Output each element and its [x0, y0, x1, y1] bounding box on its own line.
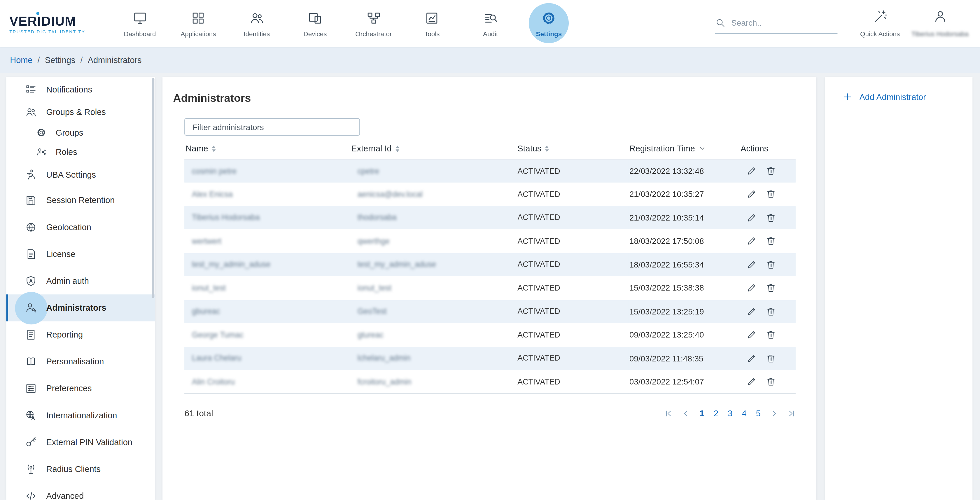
edit-icon[interactable] [745, 374, 758, 388]
quick-actions-button[interactable]: Quick Actions [853, 0, 908, 47]
sidebar-item-license[interactable]: License [6, 240, 155, 268]
user-profile-button[interactable]: Tiberius Hodorsaba [907, 0, 972, 47]
column-header-status[interactable]: Status [516, 144, 628, 159]
breadcrumb-separator: / [38, 56, 40, 65]
first-page-icon[interactable] [665, 409, 673, 417]
sidebar-scrollbar[interactable] [152, 78, 154, 298]
edit-icon[interactable] [745, 328, 758, 342]
admin-name: test_my_admin_aduse [192, 260, 270, 269]
nav-item-identities[interactable]: Identities [228, 0, 286, 47]
edit-icon[interactable] [745, 258, 758, 271]
sidebar-item-groups[interactable]: Groups [6, 123, 155, 142]
nav-item-audit[interactable]: Audit [461, 0, 519, 47]
sidebar-item-groups-roles[interactable]: Groups & Roles [6, 100, 155, 123]
internationalization-icon [25, 409, 37, 422]
edit-icon[interactable] [745, 211, 758, 225]
nav-item-tools[interactable]: Tools [403, 0, 461, 47]
edit-icon[interactable] [745, 164, 758, 178]
delete-icon[interactable] [764, 234, 778, 248]
delete-icon[interactable] [764, 374, 778, 388]
roles-icon [36, 147, 46, 157]
edit-icon[interactable] [745, 234, 758, 248]
sidebar-item-label: Admin auth [46, 276, 89, 286]
status-badge: ACTIVATED [516, 229, 628, 253]
column-header-actions: Actions [740, 144, 795, 159]
table-row[interactable]: Tiberius Hodorsaba thodorsaba ACTIVATED … [185, 206, 795, 229]
previous-page-icon[interactable] [682, 409, 690, 417]
breadcrumb-separator: / [80, 56, 83, 65]
delete-icon[interactable] [764, 187, 778, 201]
sidebar-item-administrators[interactable]: Administrators [6, 295, 155, 321]
sidebar-item-label: External PIN Validation [46, 438, 132, 447]
license-icon [25, 248, 37, 260]
sidebar-item-personalisation[interactable]: Personalisation [6, 348, 155, 375]
page-number[interactable]: 4 [742, 408, 747, 418]
column-header-external-id[interactable]: External Id [350, 144, 516, 159]
breadcrumb-home-link[interactable]: Home [10, 56, 32, 65]
sidebar-item-preferences[interactable]: Preferences [6, 375, 155, 402]
registration-time: 15/03/2022 15:38:38 [628, 276, 740, 299]
sidebar-item-label: Groups & Roles [46, 107, 106, 117]
sidebar-item-geolocation[interactable]: Geolocation [6, 214, 155, 240]
nav-item-devices[interactable]: Devices [286, 0, 344, 47]
edit-icon[interactable] [745, 281, 758, 295]
registration-time: 09/03/2022 11:48:35 [628, 347, 740, 370]
page-number[interactable]: 2 [714, 408, 718, 418]
page-number[interactable]: 3 [728, 408, 732, 418]
table-row[interactable]: Laura Chelaru lchelaru_admin ACTIVATED 0… [185, 347, 795, 370]
delete-icon[interactable] [764, 164, 778, 178]
nav-item-settings[interactable]: Settings [520, 0, 578, 47]
table-row[interactable]: Alex Enicsa aenicsa@dev.local ACTIVATED … [185, 183, 795, 206]
column-header-registration-time[interactable]: Registration Time [628, 144, 740, 159]
status-badge: ACTIVATED [516, 206, 628, 229]
sidebar-item-reporting[interactable]: Reporting [6, 321, 155, 348]
edit-icon[interactable] [745, 187, 758, 201]
sidebar-item-session-retention[interactable]: Session Retention [6, 187, 155, 214]
groups-icon [36, 127, 46, 137]
veridium-logo[interactable]: VERIDIUM TRUSTED DIGITAL IDENTITY [10, 13, 111, 33]
sidebar-item-radius-clients[interactable]: Radius Clients [6, 455, 155, 482]
page-number[interactable]: 5 [756, 408, 760, 418]
sidebar-item-internationalization[interactable]: Internationalization [6, 402, 155, 429]
search-input[interactable] [731, 18, 825, 27]
table-row[interactable]: cosmin petre cpetre ACTIVATED 22/03/2022… [185, 159, 795, 182]
edit-icon[interactable] [745, 304, 758, 318]
admin-name: Tiberius Hodorsaba [192, 213, 260, 222]
delete-icon[interactable] [764, 281, 778, 295]
table-row[interactable]: test_my_admin_aduse test_my_admin_aduse … [185, 253, 795, 276]
admin-auth-icon [25, 275, 37, 287]
nav-item-dashboard[interactable]: Dashboard [111, 0, 169, 47]
delete-icon[interactable] [764, 328, 778, 342]
breadcrumb-settings-link[interactable]: Settings [45, 56, 76, 65]
next-page-icon[interactable] [770, 409, 778, 417]
sidebar-item-label: Internationalization [46, 411, 117, 420]
table-row[interactable]: ionut_test ionut_test ACTIVATED 15/03/20… [185, 276, 795, 299]
nav-item-orchestrator[interactable]: Orchestrator [344, 0, 403, 47]
sidebar-item-external-pin-validation[interactable]: External PIN Validation [6, 429, 155, 455]
table-row[interactable]: wertwert qwerthge ACTIVATED 18/03/2022 1… [185, 229, 795, 253]
nav-item-applications[interactable]: Applications [169, 0, 228, 47]
delete-icon[interactable] [764, 211, 778, 225]
delete-icon[interactable] [764, 258, 778, 271]
table-row[interactable]: gbureac GeoTest ACTIVATED 15/03/2022 13:… [185, 300, 795, 323]
add-administrator-button[interactable]: Add Administrator [843, 92, 973, 102]
page-number[interactable]: 1 [700, 408, 705, 418]
delete-icon[interactable] [764, 351, 778, 365]
table-row[interactable]: George Tumac gtureac ACTIVATED 09/03/202… [185, 323, 795, 347]
sort-icon [395, 145, 399, 151]
sidebar-item-uba-settings[interactable]: UBA Settings [6, 162, 155, 187]
column-header-name[interactable]: Name [185, 144, 350, 159]
sidebar-item-admin-auth[interactable]: Admin auth [6, 268, 155, 295]
breadcrumb-current-page: Administrators [88, 56, 142, 65]
filter-administrators-input[interactable] [185, 118, 360, 135]
delete-icon[interactable] [764, 304, 778, 318]
admin-external-id: cpetre [358, 167, 379, 175]
sidebar-item-roles[interactable]: Roles [6, 142, 155, 162]
sidebar-item-notifications[interactable]: Notifications [6, 78, 155, 100]
chevron-down-icon [698, 144, 706, 153]
last-page-icon[interactable] [788, 409, 795, 417]
edit-icon[interactable] [745, 351, 758, 365]
sidebar-item-advanced[interactable]: Advanced [6, 482, 155, 500]
pagination: 1 2 3 4 5 [665, 408, 795, 418]
table-row[interactable]: Alin Croitoru fcroitoru_admin ACTIVATED … [185, 370, 795, 393]
